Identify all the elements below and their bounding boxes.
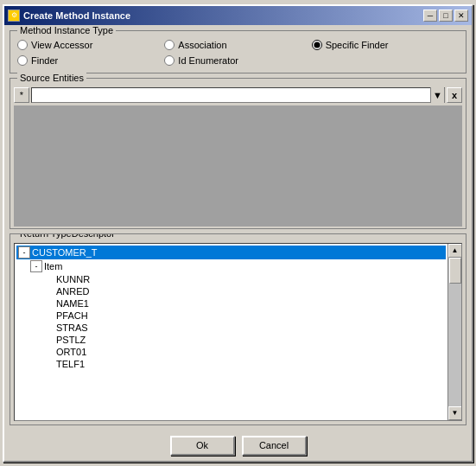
radio-finder-label: Finder — [31, 55, 58, 66]
tree-label-stras: STRAS — [56, 322, 88, 333]
tree-label-name1: NAME1 — [56, 298, 89, 309]
radio-association-label: Association — [178, 40, 226, 50]
window-title: Create Method Instance — [23, 10, 130, 21]
radio-specific-finder-label: Specific Finder — [326, 40, 389, 50]
title-bar: ⚙ Create Method Instance ─ □ ✕ — [4, 6, 472, 25]
tree-item-item[interactable]: - Item — [16, 259, 446, 273]
radio-finder-input[interactable] — [17, 55, 28, 66]
tree-item-kunnr[interactable]: KUNNR — [16, 273, 446, 285]
minimize-button[interactable]: ─ — [423, 10, 437, 22]
source-content-area — [14, 105, 462, 227]
close-button[interactable]: ✕ — [454, 10, 468, 22]
source-entities-group: Source Entities * ▼ x — [10, 78, 466, 229]
scroll-down-button[interactable]: ▼ — [448, 406, 462, 420]
radio-association-input[interactable] — [164, 40, 175, 50]
tree-container: - CUSTOMER_T - Item KUNNR — [14, 243, 462, 421]
cancel-button[interactable]: Cancel — [242, 436, 307, 456]
footer: Ok Cancel — [4, 431, 472, 461]
scroll-track[interactable] — [448, 258, 462, 406]
title-bar-left: ⚙ Create Method Instance — [8, 10, 130, 22]
tree-label-item: Item — [44, 261, 62, 271]
return-type-label: Return TypeDescriptor — [17, 233, 117, 239]
tree-label-kunnr: KUNNR — [56, 274, 90, 284]
tree-label-telf1: TELF1 — [56, 359, 85, 369]
tree-label-ort01: ORT01 — [56, 347, 86, 357]
tree-expand-item[interactable]: - — [30, 260, 42, 272]
ok-button[interactable]: Ok — [170, 436, 235, 456]
tree-item-pstlz[interactable]: PSTLZ — [16, 334, 446, 346]
window-body: Method Instance Type View Accessor Assoc… — [4, 25, 472, 431]
source-dropdown[interactable]: ▼ — [31, 87, 445, 103]
star-button[interactable]: * — [14, 87, 29, 103]
window-icon: ⚙ — [8, 10, 20, 22]
tree-item-telf1[interactable]: TELF1 — [16, 358, 446, 370]
tree-label-pfach: PFACH — [56, 310, 88, 321]
source-entities-row: * ▼ x — [14, 87, 462, 103]
tree-item-anred[interactable]: ANRED — [16, 285, 446, 297]
tree-content: - CUSTOMER_T - Item KUNNR — [15, 244, 447, 372]
scroll-thumb[interactable] — [449, 258, 461, 284]
tree-scrollbar[interactable]: ▲ ▼ — [447, 244, 461, 420]
radio-view-accessor-label: View Accessor — [31, 40, 92, 50]
tree-inner: - CUSTOMER_T - Item KUNNR — [15, 244, 447, 420]
radio-id-enumerator-input[interactable] — [164, 55, 175, 66]
delete-button[interactable]: x — [447, 87, 462, 103]
radio-specific-finder-input[interactable] — [312, 40, 322, 50]
return-type-group: Return TypeDescriptor - CUSTOMER_T - Ite… — [10, 233, 466, 425]
radio-id-enumerator-label: Id Enumerator — [178, 55, 238, 66]
tree-item-customer-t[interactable]: - CUSTOMER_T — [16, 246, 446, 259]
tree-item-name1[interactable]: NAME1 — [16, 297, 446, 310]
radio-association[interactable]: Association — [164, 40, 311, 50]
tree-label-pstlz: PSTLZ — [56, 335, 86, 345]
tree-item-pfach[interactable]: PFACH — [16, 310, 446, 322]
radio-group: View Accessor Association Specific Finde… — [17, 40, 459, 66]
title-buttons: ─ □ ✕ — [423, 10, 468, 22]
radio-finder[interactable]: Finder — [17, 55, 164, 66]
tree-expand-customer-t[interactable]: - — [18, 246, 30, 259]
method-instance-type-label: Method Instance Type — [17, 25, 116, 35]
tree-item-ort01[interactable]: ORT01 — [16, 346, 446, 358]
method-instance-type-group: Method Instance Type View Accessor Assoc… — [10, 30, 466, 73]
maximize-button[interactable]: □ — [439, 10, 453, 22]
source-entities-label: Source Entities — [17, 73, 86, 83]
tree-label-customer-t: CUSTOMER_T — [32, 247, 98, 258]
main-window: ⚙ Create Method Instance ─ □ ✕ Method In… — [3, 4, 473, 463]
radio-view-accessor-input[interactable] — [17, 40, 28, 50]
radio-id-enumerator[interactable]: Id Enumerator — [164, 55, 311, 66]
radio-specific-finder[interactable]: Specific Finder — [312, 40, 459, 50]
dropdown-arrow-icon[interactable]: ▼ — [430, 87, 444, 103]
scroll-up-button[interactable]: ▲ — [448, 244, 462, 258]
tree-label-anred: ANRED — [56, 286, 90, 297]
radio-view-accessor[interactable]: View Accessor — [17, 40, 164, 50]
tree-item-stras[interactable]: STRAS — [16, 322, 446, 334]
